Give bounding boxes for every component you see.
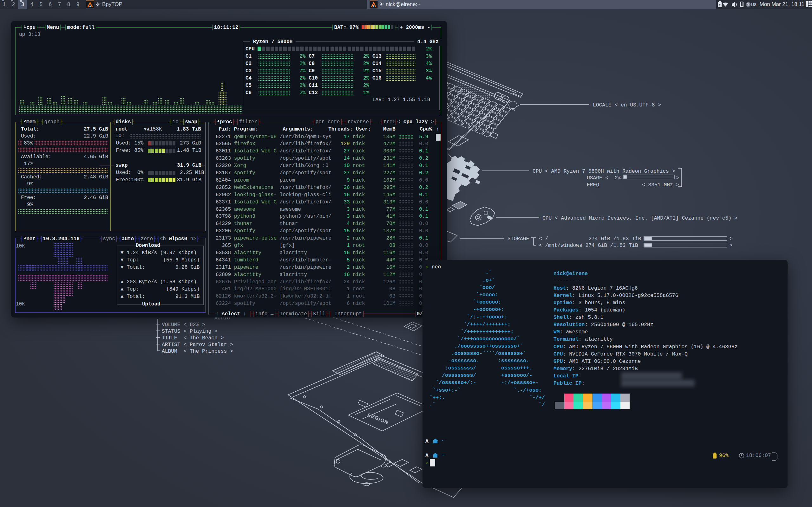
svg-text:>: > [729, 242, 733, 248]
svg-text:< / 274 GiB /1.83: < / 274 GiB /1.83 TiB [539, 236, 641, 242]
svg-text:VOLUME < 82% >: VOLUME < 82% > [162, 322, 205, 328]
svg-text:< 3351 MHz >: < 3351 MHz > [642, 182, 679, 188]
svg-text:USAGE < 2%: USAGE < 2% [587, 175, 621, 181]
svg-text:ARTIST < Parov Stelar >: ARTIST < Parov Stelar > [162, 342, 233, 348]
svg-text:>: > [729, 236, 733, 242]
svg-text:STATUS < Playing >: STATUS < Playing > [162, 328, 217, 334]
svg-text:STORAGE: STORAGE [507, 236, 529, 242]
svg-text:LEGION: LEGION [367, 412, 390, 426]
svg-text:GPU < Advanced Micro Devices,: GPU < Advanced Micro Devices, Inc. [AMD/… [542, 215, 738, 221]
svg-text:TITLE < The Beach >: TITLE < The Beach > [162, 335, 223, 341]
svg-text:ALBUM < The Princess >: ALBUM < The Princess > [162, 348, 233, 354]
svg-text:FREQ: FREQ [587, 182, 599, 188]
svg-text:>: > [676, 175, 679, 181]
svg-text:CPU < AMD Ryzen 7 5800H with R: CPU < AMD Ryzen 7 5800H with Radeon Grap… [532, 168, 675, 174]
svg-text:< /mnt/windows 274 GiB /1.83 T: < /mnt/windows 274 GiB /1.83 TiB [539, 242, 638, 248]
svg-text:LOCALE < en_US.UTF-8 >: LOCALE < en_US.UTF-8 > [593, 102, 661, 108]
